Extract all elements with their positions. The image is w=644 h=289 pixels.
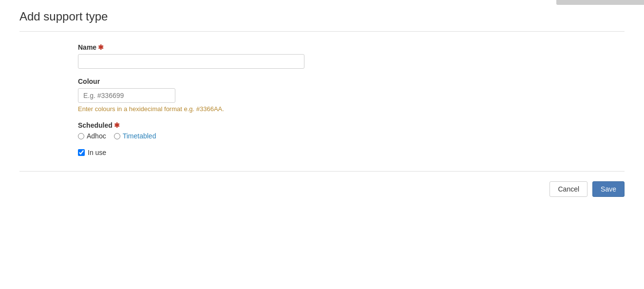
name-required-star: ✱ [98, 43, 104, 51]
adhoc-label: Adhoc [87, 132, 106, 140]
timetabled-radio[interactable] [114, 133, 120, 139]
colour-input[interactable] [78, 88, 175, 103]
top-divider [19, 31, 625, 32]
name-group: Name✱ [78, 43, 566, 69]
colour-label: Colour [78, 77, 566, 85]
form-footer: Cancel Save [19, 181, 625, 197]
colour-help-text: Enter colours in a hexidecimal format e.… [78, 105, 566, 113]
scheduled-required-star: ✱ [114, 121, 120, 129]
scheduled-label: Scheduled✱ [78, 121, 566, 129]
form-body: Name✱ Colour Enter colours in a hexideci… [19, 43, 625, 156]
footer-divider [19, 171, 625, 172]
cancel-button[interactable]: Cancel [549, 181, 587, 197]
name-label: Name✱ [78, 43, 566, 51]
in-use-label: In use [88, 149, 106, 156]
in-use-group: In use [78, 149, 566, 156]
page-title: Add support type [19, 10, 625, 23]
radio-group: Adhoc Timetabled [78, 132, 566, 140]
scheduled-group: Scheduled✱ Adhoc Timetabled [78, 121, 566, 140]
page-container: Add support type Name✱ Colour Enter colo… [0, 0, 644, 207]
timetabled-label: Timetabled [123, 132, 156, 140]
name-input[interactable] [78, 54, 304, 69]
colour-group: Colour Enter colours in a hexidecimal fo… [78, 77, 566, 113]
in-use-checkbox-label[interactable]: In use [78, 149, 106, 156]
save-button[interactable]: Save [592, 181, 625, 197]
adhoc-radio-label[interactable]: Adhoc [78, 132, 106, 140]
in-use-checkbox[interactable] [78, 149, 85, 156]
top-bar [556, 0, 644, 5]
adhoc-radio[interactable] [78, 133, 84, 139]
timetabled-radio-label[interactable]: Timetabled [114, 132, 156, 140]
